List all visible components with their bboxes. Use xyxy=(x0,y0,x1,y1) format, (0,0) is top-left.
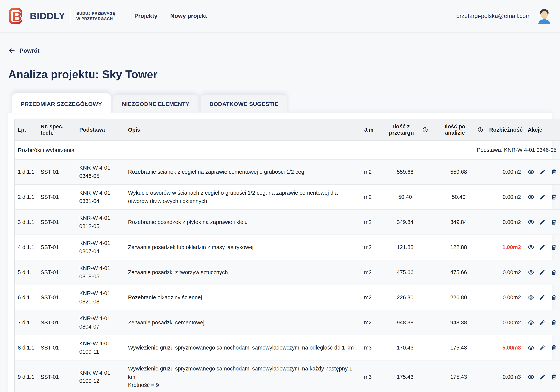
cell-opis: Zerwanie posadzki cementowej xyxy=(125,310,361,335)
analysis-table: Lp. Nr. spec. tech. Podstawa Opis J.m Il… xyxy=(14,119,560,392)
header-right: przetargi-polska@email.com xyxy=(456,8,551,24)
cell-qty-analysis: 475.66 xyxy=(431,260,486,285)
cell-opis: Rozebranie okładziny ściennej xyxy=(125,285,361,310)
cell-spec: SST-01 xyxy=(38,159,76,184)
main-content: Powrót Analiza projektu: Sky Tower PRZED… xyxy=(0,32,560,392)
edit-button[interactable] xyxy=(539,244,545,251)
cell-podstawa: KNR-W 4-01 0818-05 xyxy=(76,260,125,285)
cell-spec: SST-01 xyxy=(38,210,76,235)
view-button[interactable] xyxy=(528,269,534,276)
brand-divider xyxy=(71,9,71,23)
edit-button[interactable] xyxy=(539,344,545,351)
tab-niezgodne-elementy[interactable]: NIEZGODNE ELEMENTY xyxy=(113,95,198,113)
cell-podstawa: KNR-W 4-01 0109-11 xyxy=(76,335,125,360)
nav-item-nowy-projekt[interactable]: Nowy projekt xyxy=(170,13,207,20)
nav-item-projekty[interactable]: Projekty xyxy=(134,13,157,20)
delete-button[interactable] xyxy=(550,319,557,326)
delete-button[interactable] xyxy=(550,168,557,175)
cell-spec: SST-01 xyxy=(38,285,76,310)
biddly-logo-icon[interactable]: B xyxy=(9,7,26,25)
cell-qty-analysis: 948.38 xyxy=(431,310,486,335)
cell-qty-analysis: 175.43 xyxy=(431,335,486,360)
delete-button[interactable] xyxy=(550,373,557,381)
back-link[interactable]: Powrót xyxy=(8,47,40,54)
cell-qty-tender: 948.38 xyxy=(379,310,431,335)
cell-podstawa: KNR-W 4-01 0804-07 xyxy=(76,310,125,335)
back-arrow-icon xyxy=(8,47,15,54)
table-row: 2 d.1.1 SST-01 KNR-W 4-01 0331-04 Wykuci… xyxy=(15,184,560,210)
cell-lp: 5 d.1.1 xyxy=(15,260,38,285)
cell-lp: 3 d.1.1 xyxy=(15,210,38,235)
cell-qty-analysis: 349.84 xyxy=(431,210,486,235)
cell-qty-tender: 121.88 xyxy=(379,235,431,260)
cell-qty-analysis: 122.88 xyxy=(431,235,486,260)
view-button[interactable] xyxy=(528,373,534,381)
brand-tagline: BUDUJ PRZEWAGĘ W PRZETARGACH xyxy=(77,11,116,21)
edit-button[interactable] xyxy=(539,219,545,226)
edit-button[interactable] xyxy=(539,168,545,175)
col-diff: Rozbieżność xyxy=(486,119,525,141)
col-qty-tender: Ilość z przetargu xyxy=(379,119,431,141)
info-icon[interactable] xyxy=(478,127,483,132)
info-icon[interactable] xyxy=(422,127,428,132)
delete-button[interactable] xyxy=(550,269,557,276)
view-button[interactable] xyxy=(528,244,534,251)
user-email[interactable]: przetargi-polska@email.com xyxy=(456,13,530,20)
cell-spec: SST-01 xyxy=(38,235,76,260)
edit-button[interactable] xyxy=(539,373,545,381)
view-button[interactable] xyxy=(528,344,534,351)
cell-jm: m2 xyxy=(361,260,379,285)
tab-dodatkowe-sugestie[interactable]: DODATKOWE SUGESTIE xyxy=(201,95,287,113)
cell-qty-analysis: 559.68 xyxy=(431,159,486,184)
edit-button[interactable] xyxy=(539,269,545,276)
col-jm: J.m xyxy=(361,119,379,141)
delete-button[interactable] xyxy=(550,344,557,351)
col-qty-analysis: Ilość po analizie xyxy=(431,119,486,141)
table-row: 8 d.1.1 SST-01 KNR-W 4-01 0109-11 Wywiez… xyxy=(15,335,560,360)
cell-lp: 8 d.1.1 xyxy=(15,335,38,360)
main-nav: ProjektyNowy projekt xyxy=(134,13,207,20)
cell-lp: 2 d.1.1 xyxy=(15,184,38,210)
cell-jm: m3 xyxy=(361,360,379,392)
col-actions: Akcje xyxy=(525,119,560,141)
table-row: 5 d.1.1 SST-01 KNR-W 4-01 0818-05 Zerwan… xyxy=(15,260,560,285)
edit-button[interactable] xyxy=(539,193,545,201)
tab-przedmiar-szczego-owy[interactable]: PRZEDMIAR SZCZEGÓŁOWY xyxy=(12,93,111,113)
cell-podstawa: KNR-W 4-01 0812-05 xyxy=(76,210,125,235)
view-button[interactable] xyxy=(528,168,534,175)
cell-lp: 9 d.1.1 xyxy=(15,360,38,392)
cell-jm: m2 xyxy=(361,285,379,310)
cell-spec: SST-01 xyxy=(38,335,76,360)
delete-button[interactable] xyxy=(550,244,557,251)
delete-button[interactable] xyxy=(550,294,557,301)
col-lp: Lp. xyxy=(15,119,38,141)
cell-lp: 6 d.1.1 xyxy=(15,285,38,310)
cell-jm: m2 xyxy=(361,235,379,260)
cell-lp: 1 d.1.1 xyxy=(15,159,38,184)
view-button[interactable] xyxy=(528,219,534,226)
cell-qty-analysis: 226.80 xyxy=(431,285,486,310)
cell-qty-tender: 50.40 xyxy=(379,184,431,210)
table-row: 1 d.1.1 SST-01 KNR-W 4-01 0346-05 Rozebr… xyxy=(15,159,560,184)
delete-button[interactable] xyxy=(550,219,557,226)
edit-button[interactable] xyxy=(539,319,545,326)
svg-text:B: B xyxy=(12,9,22,24)
edit-button[interactable] xyxy=(539,294,545,301)
view-button[interactable] xyxy=(528,294,534,301)
cell-qty-analysis: 175.43 xyxy=(431,360,486,392)
cell-diff: 0.00m2 xyxy=(486,184,525,210)
cell-diff: 0.00m2 xyxy=(486,310,525,335)
user-avatar[interactable] xyxy=(537,8,551,24)
delete-button[interactable] xyxy=(550,193,557,201)
cell-qty-analysis: 50.40 xyxy=(431,184,486,210)
cell-podstawa: KNR-W 4-01 0820-08 xyxy=(76,285,125,310)
cell-diff: 0.00m2 xyxy=(486,159,525,184)
cell-jm: m3 xyxy=(361,335,379,360)
tagline-line2: W PRZETARGACH xyxy=(77,16,116,21)
cell-opis: Wykucie otworów w ścianach z cegieł o gr… xyxy=(125,184,361,210)
cell-opis: Wywiezienie gruzu spryzmowanego samochod… xyxy=(125,335,361,360)
view-button[interactable] xyxy=(528,319,534,326)
view-button[interactable] xyxy=(528,193,534,201)
cell-diff: 5.00m3 xyxy=(486,335,525,360)
cell-jm: m2 xyxy=(361,184,379,210)
